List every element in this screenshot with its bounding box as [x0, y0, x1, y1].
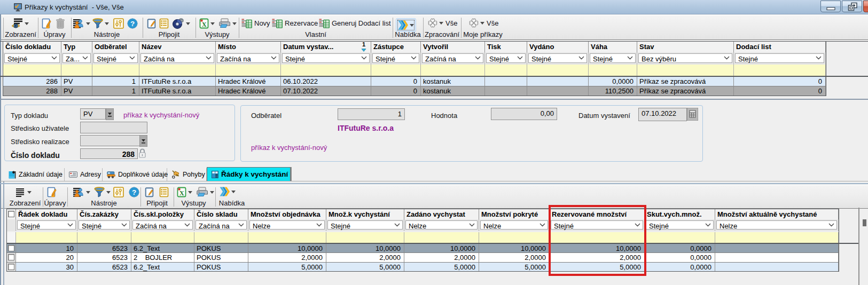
filter-input-cell[interactable] [527, 65, 589, 76]
row-0-cell-8[interactable]: 10,0000 [479, 244, 550, 253]
row-0-cell-10[interactable]: 0,0000 [589, 77, 637, 86]
spinner-button-icon[interactable] [106, 108, 114, 120]
menu-button[interactable] [396, 18, 416, 32]
filter-combobox[interactable]: Bez výběru [638, 53, 732, 63]
lines-attach-tasks-button[interactable] [159, 187, 169, 197]
row-1-cell-1[interactable]: 20 [16, 253, 77, 262]
row-0-cell-7[interactable]: 10,0000 [404, 244, 479, 253]
filter-combobox[interactable]: Stejné [4, 53, 60, 63]
row-1-cell-10[interactable]: 110,2500 [589, 86, 637, 96]
column-header-vyd-no[interactable]: Vydáno [527, 42, 589, 52]
column-header-datum-vystav-[interactable]: Datum vystav...1 [281, 42, 371, 52]
row-2-cell-10[interactable]: 0,0000 [645, 263, 715, 272]
lines-attach-note-button[interactable] [145, 187, 154, 197]
column-header-dodac-list[interactable]: Dodací list [734, 42, 826, 52]
row-2-cell-2[interactable]: 6523 [77, 263, 131, 272]
issue-date-field[interactable]: 07.10.2022 [638, 108, 687, 121]
row-0-cell-8[interactable] [485, 77, 527, 86]
column-header--slo-skladu[interactable]: Číslo skladu [194, 209, 248, 219]
filter-input-cell[interactable] [734, 65, 826, 76]
row-0-cell-1[interactable]: PV [61, 77, 92, 86]
filter-input-cell[interactable] [7, 232, 16, 243]
settings-button[interactable] [113, 18, 124, 29]
column-header-select[interactable] [7, 209, 16, 219]
processing-filter-button[interactable]: Vše [428, 18, 457, 28]
value-field[interactable]: 0,00 [491, 108, 557, 120]
filter-combobox[interactable]: Stejné [646, 220, 714, 229]
row-2-cell-7[interactable]: 5,0000 [404, 263, 479, 272]
column-header--s-zak-zky[interactable]: Čís.zakázky [77, 209, 131, 219]
row-2-cell-5[interactable]: 5,0000 [248, 263, 326, 272]
row-0-cell-11[interactable]: Příkaz se zpracovává [637, 77, 734, 86]
filter-combobox[interactable]: Stejné [79, 220, 130, 229]
filter-combobox[interactable]: Stejné [528, 53, 587, 63]
filter-input-cell[interactable] [479, 232, 550, 243]
row-2-cell-1[interactable]: 30 [16, 263, 77, 272]
row-2-cell-3[interactable]: 6.2_Text [131, 263, 194, 272]
column-header-z-stupce[interactable]: Zástupce [371, 42, 421, 52]
minimize-button[interactable] [820, 1, 841, 12]
row-1-cell-7[interactable]: kostanuk [421, 86, 485, 96]
row-1-cell-12[interactable]: 0 [734, 86, 826, 96]
filter-input-cell[interactable] [637, 65, 734, 76]
filter-combobox[interactable]: Stejné [17, 220, 76, 229]
filter-combobox[interactable]: Stejné [93, 53, 138, 63]
table-tools-button[interactable] [73, 18, 90, 29]
delete-button[interactable] [56, 18, 65, 29]
filter-combobox[interactable]: Začíná na [196, 220, 247, 229]
attach-note-button[interactable] [147, 18, 157, 29]
filter-input-cell[interactable] [645, 232, 715, 243]
row-0-cell-12[interactable]: 0 [734, 77, 826, 86]
filter-input-cell[interactable] [3, 65, 61, 76]
row-1-cell-8[interactable]: 2,0000 [479, 253, 550, 262]
row-2-cell-0[interactable] [7, 263, 16, 272]
filter-combobox[interactable]: Začíná na [422, 53, 483, 63]
filter-input-cell[interactable] [485, 65, 527, 76]
column-header--dek-dokladu[interactable]: Řádek dokladu [16, 209, 77, 219]
spinner-button-icon[interactable] [139, 135, 147, 147]
row-2-cell-4[interactable]: POKUS [194, 263, 248, 272]
column-header-m-sto[interactable]: Místo [216, 42, 281, 52]
tab-z-kladn-daje[interactable]: Základní údaje [4, 168, 65, 181]
row-1-cell-3[interactable]: ITFutuRe s.r.o.a [139, 86, 216, 96]
generate-delivery-note-button[interactable]: Generuj Dodací list [319, 18, 391, 28]
column-header-n-zev[interactable]: Název [139, 42, 216, 52]
detail-field[interactable]: 288 [80, 148, 138, 159]
tab-pohyby[interactable]: Pohyby [167, 168, 207, 181]
column-header-mno-stv-aktu-ln-vychystan-[interactable]: Množství aktuálně vychystané [715, 209, 839, 219]
row-0-cell-3[interactable]: 6.2_Text [131, 244, 194, 253]
calendar-button-icon[interactable] [687, 108, 698, 121]
new-button[interactable]: Novy [241, 18, 270, 28]
print-button[interactable] [219, 18, 237, 29]
filter-combobox[interactable]: Za... [62, 53, 91, 63]
column-header-mno-stv-objedn-vka[interactable]: Množství objednávka [248, 209, 326, 219]
row-1-cell-5[interactable]: 07.10.2022 [281, 86, 371, 96]
filter-input-cell[interactable] [92, 65, 139, 76]
column-header-typ[interactable]: Typ [61, 42, 92, 52]
row-1-cell-0[interactable] [7, 253, 16, 262]
column-header-odb-ratel[interactable]: Odběratel [92, 42, 139, 52]
filter-combobox[interactable]: Začíná na [217, 53, 279, 63]
row-0-cell-3[interactable]: ITFutuRe s.r.o.a [139, 77, 216, 86]
lines-menu-button[interactable] [220, 187, 236, 196]
lines-edit-button[interactable] [47, 187, 57, 197]
row-2-cell-8[interactable]: 5,0000 [479, 263, 550, 272]
filter-combobox[interactable]: Začíná na [132, 220, 193, 229]
lines-filter-button[interactable] [94, 187, 111, 197]
column-header-zad-no-vychystat[interactable]: Zadáno vychystat [404, 209, 479, 219]
filter-combobox[interactable]: Stejné [372, 53, 419, 63]
scrollbar-thumb[interactable] [863, 219, 866, 226]
detail-field[interactable] [80, 135, 147, 146]
filter-input-cell[interactable] [326, 232, 404, 243]
row-0-cell-6[interactable]: 10,0000 [326, 244, 404, 253]
row-1-cell-2[interactable]: 6523 [77, 253, 131, 262]
lines-table-tools-button[interactable] [73, 187, 90, 197]
filter-combobox[interactable]: Nelze [716, 220, 837, 229]
attach-media-button[interactable] [173, 18, 190, 29]
row-checkbox[interactable] [8, 245, 14, 251]
my-orders-filter-button[interactable]: Vše [469, 18, 498, 28]
attach-tasks-button[interactable] [159, 18, 169, 29]
filter-input-cell[interactable] [248, 232, 326, 243]
row-0-cell-5[interactable]: 10,0000 [248, 244, 326, 253]
help-button[interactable]: ? [127, 18, 138, 29]
